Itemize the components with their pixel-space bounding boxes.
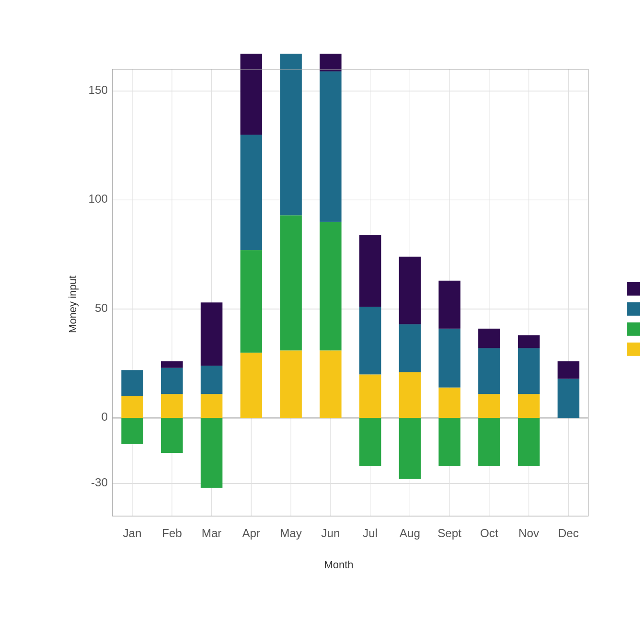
- legend-color-groupB: [627, 302, 640, 316]
- svg-rect-39: [241, 135, 263, 250]
- svg-rect-62: [438, 388, 460, 418]
- svg-text:Dec: Dec: [558, 527, 579, 540]
- svg-rect-58: [399, 418, 421, 479]
- chart-svg: -30050100150JanFebMarAprMayJunJulAugSept…: [78, 54, 600, 555]
- svg-rect-59: [399, 324, 421, 372]
- svg-rect-70: [478, 329, 500, 348]
- svg-rect-60: [399, 257, 421, 324]
- chart-area: Money input -30050100150JanFebMarAprMayJ…: [78, 54, 600, 555]
- svg-rect-42: [280, 350, 302, 418]
- svg-rect-49: [320, 71, 342, 222]
- svg-rect-74: [518, 348, 540, 394]
- svg-rect-54: [359, 307, 381, 374]
- svg-text:Apr: Apr: [242, 527, 260, 540]
- svg-rect-63: [438, 418, 460, 466]
- svg-text:Nov: Nov: [518, 527, 540, 540]
- svg-text:Jul: Jul: [363, 527, 378, 540]
- svg-text:100: 100: [89, 192, 108, 205]
- chart-container: Money input -30050100150JanFebMarAprMayJ…: [34, 34, 610, 610]
- svg-rect-47: [320, 350, 342, 418]
- svg-text:50: 50: [95, 301, 108, 314]
- svg-text:-30: -30: [91, 476, 108, 489]
- svg-rect-25: [121, 370, 143, 396]
- svg-rect-29: [161, 368, 183, 394]
- svg-rect-50: [320, 54, 342, 71]
- svg-rect-77: [558, 379, 580, 418]
- svg-rect-53: [359, 418, 381, 466]
- svg-rect-80: [113, 69, 588, 517]
- svg-rect-78: [558, 361, 580, 379]
- svg-rect-24: [121, 418, 143, 444]
- svg-text:Oct: Oct: [480, 527, 498, 540]
- svg-rect-75: [518, 335, 540, 348]
- svg-rect-30: [161, 361, 183, 368]
- svg-rect-55: [359, 235, 381, 307]
- svg-rect-35: [201, 302, 223, 366]
- svg-rect-64: [438, 329, 460, 388]
- svg-rect-37: [241, 353, 263, 418]
- svg-rect-27: [161, 394, 183, 418]
- svg-rect-28: [161, 418, 183, 453]
- svg-rect-43: [280, 215, 302, 350]
- svg-text:May: May: [280, 527, 302, 540]
- svg-rect-44: [280, 54, 302, 215]
- svg-text:Jan: Jan: [123, 527, 142, 540]
- legend-color-groupA: [627, 282, 640, 296]
- svg-text:150: 150: [89, 83, 108, 96]
- svg-rect-38: [241, 250, 263, 353]
- svg-text:Sept: Sept: [437, 527, 461, 540]
- svg-rect-40: [241, 54, 263, 135]
- svg-text:Mar: Mar: [202, 527, 222, 540]
- svg-rect-32: [201, 394, 223, 418]
- legend-item-groupD: groupD: [627, 343, 644, 356]
- svg-rect-48: [320, 222, 342, 350]
- legend-color-groupC: [627, 322, 640, 336]
- svg-text:Aug: Aug: [400, 527, 420, 540]
- svg-rect-72: [518, 394, 540, 418]
- svg-rect-68: [478, 418, 500, 466]
- svg-text:0: 0: [101, 410, 107, 423]
- svg-rect-67: [478, 394, 500, 418]
- legend-item-groupC: groupC: [627, 322, 644, 336]
- svg-text:Feb: Feb: [162, 527, 182, 540]
- svg-rect-23: [121, 396, 143, 418]
- legend-color-groupD: [627, 343, 640, 356]
- svg-text:Jun: Jun: [321, 527, 340, 540]
- svg-rect-33: [201, 418, 223, 488]
- svg-rect-57: [399, 372, 421, 418]
- grid-and-bars: -30050100150JanFebMarAprMayJunJulAugSept…: [78, 54, 600, 555]
- x-axis-label: Month: [78, 559, 600, 571]
- svg-rect-34: [201, 366, 223, 394]
- svg-rect-69: [478, 348, 500, 394]
- legend: groupA groupB groupC groupD: [627, 282, 644, 356]
- legend-item-groupB: groupB: [627, 302, 644, 316]
- svg-rect-73: [518, 418, 540, 466]
- legend-item-groupA: groupA: [627, 282, 644, 296]
- svg-rect-65: [438, 281, 460, 329]
- svg-rect-52: [359, 374, 381, 418]
